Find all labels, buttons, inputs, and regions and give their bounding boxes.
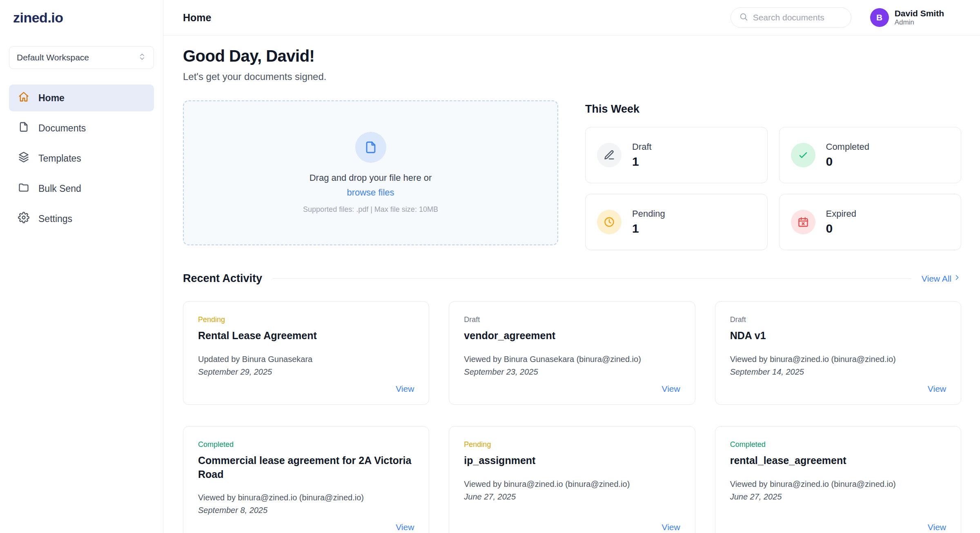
chevrons-up-down-icon [138,53,146,63]
doc-status: Draft [730,315,946,324]
doc-title: ip_assignment [464,454,680,468]
document-card: Draft vendor_agreement Viewed by Binura … [449,301,695,405]
workspace-selector-label: Default Workspace [17,53,89,62]
avatar[interactable]: B [870,8,889,27]
view-link[interactable]: View [396,522,414,532]
doc-meta: Viewed by binura@zined.io (binura@zined.… [198,492,414,503]
sidebar-item-label: Templates [38,153,81,164]
view-all-label: View All [922,274,951,284]
doc-status: Pending [198,315,414,324]
doc-title: vendor_agreement [464,329,680,343]
main-area: Home B David Smith Admin Good D [163,0,980,533]
stat-label: Pending [632,209,665,219]
stat-value: 0 [826,155,869,169]
workspace-selector[interactable]: Default Workspace [9,46,154,69]
doc-date: September 23, 2025 [464,367,680,377]
stat-label: Draft [632,142,652,152]
sidebar: zined.io Default Workspace Home Document… [0,0,163,533]
this-week-section: This Week Draft 1 [585,100,961,250]
calendar-x-icon [791,210,815,234]
doc-title: rental_lease_agreement [730,454,946,468]
layers-icon [18,151,29,165]
gear-icon [18,212,29,226]
doc-foot: View [730,377,946,394]
stat-value: 1 [632,155,652,169]
browse-files-link[interactable]: browse files [347,187,394,198]
sidebar-item-bulk-send[interactable]: Bulk Send [9,175,154,202]
stat-card-draft: Draft 1 [585,127,768,183]
doc-date: June 27, 2025 [464,492,680,502]
clock-icon [597,210,621,234]
recent-activity-title: Recent Activity [183,272,262,285]
brand-logo: zined.io [0,0,163,36]
stat-text: Completed 0 [826,142,869,169]
view-link[interactable]: View [928,384,946,394]
stat-label: Expired [826,209,857,219]
greeting-subtitle: Let's get your documents signed. [183,71,961,82]
stats-grid: Draft 1 Completed 0 [585,127,961,250]
document-card: Draft NDA v1 Viewed by binura@zined.io (… [715,301,961,405]
stat-value: 0 [826,222,857,235]
doc-title: Commercial lease agreement for 2A Victor… [198,454,414,482]
doc-date: September 14, 2025 [730,367,946,377]
view-link[interactable]: View [662,384,680,394]
doc-status: Completed [198,440,414,449]
user-menu[interactable]: B David Smith Admin [870,8,944,27]
doc-title: NDA v1 [730,329,946,343]
document-card: Completed Commercial lease agreement for… [183,426,429,533]
sidebar-nav: Home Documents Templates Bulk Send [9,84,154,232]
doc-status: Completed [730,440,946,449]
view-link[interactable]: View [662,522,680,532]
sidebar-item-label: Bulk Send [38,183,81,194]
user-name: David Smith [895,8,944,18]
dropzone-hint: Supported files: .pdf | Max file size: 1… [303,205,438,214]
sidebar-item-documents[interactable]: Documents [9,115,154,142]
content: Good Day, David! Let's get your document… [163,36,980,533]
stat-text: Draft 1 [632,142,652,169]
home-icon [18,91,29,105]
search-icon [739,12,748,23]
stat-text: Pending 1 [632,209,665,235]
file-dropzone[interactable]: Drag and drop your file here or browse f… [183,100,558,245]
doc-meta: Viewed by binura@zined.io (binura@zined.… [464,478,680,490]
sidebar-item-label: Documents [38,123,86,134]
topbar-right: B David Smith Admin [731,7,944,28]
doc-foot: View [464,377,680,394]
view-link[interactable]: View [928,522,946,532]
stat-text: Expired 0 [826,209,857,235]
search-box[interactable] [731,7,851,28]
sidebar-item-home[interactable]: Home [9,84,154,111]
doc-body: Viewed by Binura Gunasekara (binura@zine… [464,353,680,377]
doc-date: September 8, 2025 [198,506,414,515]
stat-label: Completed [826,142,869,152]
view-all-link[interactable]: View All [922,273,961,284]
document-card: Completed rental_lease_agreement Viewed … [715,426,961,533]
document-icon [18,121,29,135]
doc-status: Draft [464,315,680,324]
document-card: Pending ip_assignment Viewed by binura@z… [449,426,695,533]
doc-date: September 29, 2025 [198,367,414,377]
page-title: Home [183,12,211,24]
doc-meta: Viewed by binura@zined.io (binura@zined.… [730,478,946,490]
sidebar-item-label: Settings [38,213,72,224]
doc-foot: View [198,515,414,532]
document-card: Pending Rental Lease Agreement Updated b… [183,301,429,405]
doc-foot: View [464,515,680,532]
stat-card-expired: Expired 0 [779,194,962,250]
doc-body: Viewed by binura@zined.io (binura@zined.… [198,492,414,515]
recent-activity-grid: Pending Rental Lease Agreement Updated b… [183,301,961,533]
search-input[interactable] [753,13,843,22]
doc-meta: Viewed by Binura Gunasekara (binura@zine… [464,353,680,365]
greeting-heading: Good Day, David! [183,47,961,65]
doc-meta: Viewed by binura@zined.io (binura@zined.… [730,353,946,365]
folder-icon [18,182,29,195]
top-section: Drag and drop your file here or browse f… [183,100,961,250]
view-link[interactable]: View [396,384,414,394]
sidebar-item-settings[interactable]: Settings [9,205,154,232]
stat-card-completed: Completed 0 [779,127,962,183]
sidebar-item-templates[interactable]: Templates [9,145,154,172]
pencil-icon [597,143,621,167]
user-info: David Smith Admin [895,8,944,27]
doc-body: Viewed by binura@zined.io (binura@zined.… [730,478,946,502]
stat-value: 1 [632,222,665,235]
